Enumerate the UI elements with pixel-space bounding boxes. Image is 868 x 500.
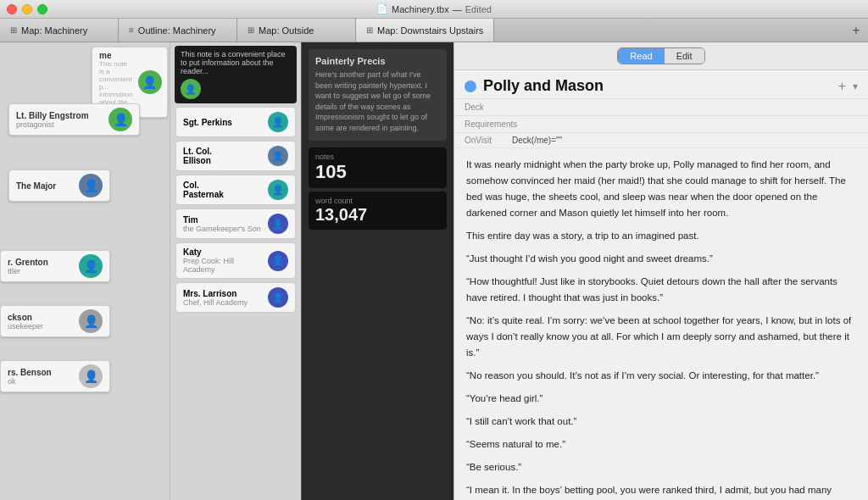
reading-content[interactable]: It was nearly midnight when the party br… — [454, 148, 868, 500]
avatar-katy: 👤 — [268, 251, 288, 271]
avatar-note: 👤 — [181, 79, 201, 99]
avatar-ltcol: 👤 — [268, 146, 288, 166]
avatar-major: 👤 — [79, 174, 103, 197]
avatar-grenton: 👤 — [79, 254, 103, 278]
close-button[interactable] — [7, 4, 17, 14]
painterly-card: Painterly Precis Here's another part of … — [309, 49, 447, 141]
outline-katy[interactable]: Katy Prep Cook: Hill Academy 👤 — [175, 242, 296, 279]
reading-paragraph: This entire day was a story, a trip to a… — [466, 228, 856, 244]
reading-paragraph: “How thoughtful! Just like in storybooks… — [466, 274, 856, 306]
edit-button[interactable]: Edit — [665, 48, 704, 64]
window-controls — [0, 4, 47, 14]
reading-paragraph: “Just thought I’d wish you good night an… — [466, 251, 856, 267]
outline-larrison[interactable]: Mrs. Larrison Chef, Hill Academy 👤 — [175, 282, 296, 313]
titlebar: 📄 Machinery.tbx — Edited — [0, 0, 868, 19]
collapse-button[interactable]: ▾ — [853, 81, 858, 92]
avatar-tim: 👤 — [268, 214, 288, 234]
outline-icon: ≡ — [129, 25, 134, 35]
maximize-button[interactable] — [37, 4, 47, 14]
reading-paragraph: “You’re head girl.” — [466, 391, 856, 407]
panel-outline-machinery: This note is a convenient place to put i… — [170, 42, 301, 500]
card-ckson[interactable]: ckson usekeeper 👤 — [0, 305, 110, 337]
reading-paragraph: “No: it’s quite real. I’m sorry: we’ve b… — [466, 313, 856, 361]
tab-map-downstairs[interactable]: ⊞ Map: Downstairs Upstairs — [356, 19, 494, 42]
node-icon — [465, 81, 476, 92]
avatar-billy: 👤 — [108, 108, 132, 131]
card-billy[interactable]: Lt. Billy Engstrom protagonist 👤 — [8, 103, 140, 136]
reading-paragraph: “Be serious.” — [466, 459, 856, 475]
reading-title-row: Polly and Mason + ▾ — [454, 70, 868, 99]
tab-map-outside[interactable]: ⊞ Map: Outside — [237, 19, 356, 42]
outline-sgt[interactable]: Sgt. Perkins 👤 — [175, 107, 296, 137]
map-canvas: me This note is a convenient p... inform… — [0, 42, 170, 500]
document-icon: 📄 — [376, 3, 388, 14]
stat-notes: notes 105 — [309, 147, 447, 188]
avatar-larrison: 👤 — [268, 287, 288, 308]
avatar-benson: 👤 — [79, 364, 103, 388]
reading-paragraph: “I still can’t work that out.” — [466, 414, 856, 430]
card-benson[interactable]: rs. Benson ok 👤 — [0, 360, 110, 392]
panel-map-outside: Painterly Precis Here's another part of … — [301, 42, 453, 500]
add-attribute-button[interactable]: + — [838, 79, 846, 94]
tabbar: ⊞ Map: Machinery ≡ Outline: Machinery ⊞ … — [0, 19, 868, 42]
titlebar-title: 📄 Machinery.tbx — Edited — [376, 3, 492, 14]
minimize-button[interactable] — [22, 4, 32, 14]
stat-words: word count 13,047 — [309, 192, 447, 230]
add-tab-button[interactable]: + — [844, 19, 868, 42]
reading-paragraph: It was nearly midnight when the party br… — [466, 157, 856, 221]
reading-paragraph: “I mean it. In the boys’ betting pool, y… — [466, 482, 856, 501]
map-icon-1: ⊞ — [10, 25, 17, 35]
avatar-me: 👤 — [138, 70, 162, 94]
reading-paragraph: “Seems natural to me.” — [466, 436, 856, 453]
read-edit-buttons: Read Edit — [617, 47, 704, 64]
avatar-ckson: 👤 — [79, 309, 103, 333]
reading-meta-requirements: Requirements — [454, 116, 868, 133]
tab-map-machinery[interactable]: ⊞ Map: Machinery — [0, 19, 119, 42]
reading-header: Read Edit — [454, 42, 868, 70]
read-button[interactable]: Read — [618, 48, 664, 64]
main-area: me This note is a convenient p... inform… — [0, 42, 868, 500]
map-icon-3: ⊞ — [366, 25, 373, 35]
card-grenton[interactable]: r. Grenton ttler 👤 — [0, 250, 110, 282]
card-major[interactable]: The Major 👤 — [8, 169, 110, 202]
avatar-col: 👤 — [268, 180, 288, 200]
edited-label: Edited — [465, 4, 492, 14]
reading-meta-deck: Deck — [454, 99, 868, 116]
separator: — — [453, 4, 462, 14]
outline-note: This note is a convenient place to put i… — [175, 46, 297, 103]
reading-paragraph: “No reason you should. It’s not as if I’… — [466, 368, 856, 384]
reading-title: Polly and Mason — [483, 77, 832, 95]
avatar-sgt: 👤 — [268, 112, 288, 132]
reading-meta-onvisit: OnVisit Deck(/me)="" — [454, 133, 868, 148]
tab-outline-machinery[interactable]: ≡ Outline: Machinery — [119, 19, 237, 42]
outline-col[interactable]: Col.Pasternak 👤 — [175, 175, 296, 205]
panel-map-machinery: me This note is a convenient p... inform… — [0, 42, 170, 500]
outline-tim[interactable]: Tim the Gamekeeper's Son 👤 — [175, 208, 296, 239]
map-icon-2: ⊞ — [248, 25, 254, 35]
panel-reading: Read Edit Polly and Mason + ▾ Deck Requi… — [453, 42, 868, 500]
outline-ltcol[interactable]: Lt. Col.Ellison 👤 — [175, 141, 296, 171]
